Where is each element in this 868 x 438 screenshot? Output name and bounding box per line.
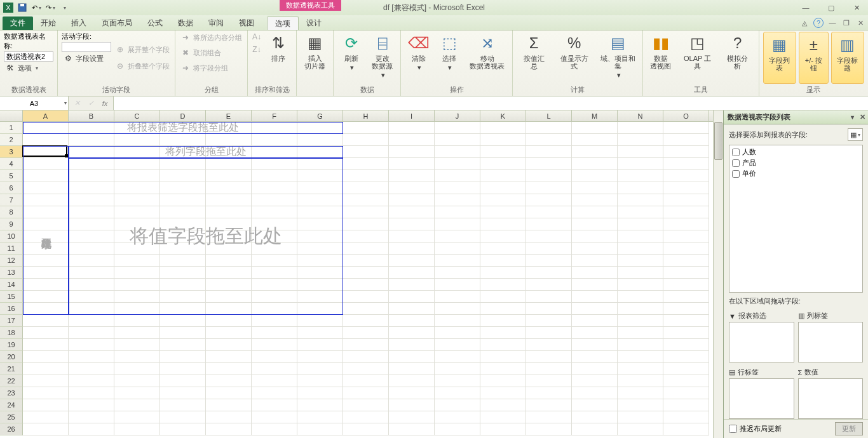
cell[interactable] <box>480 315 526 327</box>
tab-home[interactable]: 开始 <box>33 17 64 30</box>
cell[interactable] <box>618 291 663 303</box>
cell[interactable] <box>23 363 69 375</box>
cell[interactable] <box>435 146 480 158</box>
col-header-G[interactable]: G <box>297 110 343 121</box>
row-header-21[interactable]: 21 <box>0 363 23 375</box>
cell[interactable] <box>435 387 480 399</box>
cell[interactable] <box>23 134 69 146</box>
cell[interactable] <box>663 170 709 182</box>
pane-title-bar[interactable]: 数据透视表字段列表 ▾ ✕ <box>724 110 868 124</box>
cell[interactable] <box>160 267 206 279</box>
cell[interactable] <box>160 134 206 146</box>
cell[interactable] <box>389 387 435 399</box>
cell[interactable] <box>297 351 343 363</box>
cell[interactable] <box>435 411 480 423</box>
cell[interactable] <box>206 134 252 146</box>
cell[interactable] <box>206 399 252 411</box>
cell[interactable] <box>480 122 526 134</box>
cell[interactable] <box>114 351 160 363</box>
cell[interactable] <box>252 170 297 182</box>
pane-close-icon[interactable]: ✕ <box>860 113 865 121</box>
cell[interactable] <box>69 279 114 291</box>
cell[interactable] <box>206 122 252 134</box>
col-header-H[interactable]: H <box>343 110 389 121</box>
name-box-input[interactable] <box>3 100 65 107</box>
cell[interactable] <box>206 182 252 194</box>
cell[interactable] <box>618 134 663 146</box>
cell[interactable] <box>297 206 343 218</box>
namebox-drop-icon[interactable]: ▾ <box>64 100 67 106</box>
cell[interactable] <box>572 411 618 423</box>
cell[interactable] <box>663 327 709 339</box>
cell[interactable] <box>572 242 618 255</box>
cell[interactable] <box>435 194 480 206</box>
cell[interactable] <box>297 182 343 194</box>
worksheet-grid[interactable]: ABCDEFGHIJKLMNO 123456789101112131415161… <box>0 110 713 438</box>
cell[interactable] <box>114 411 160 423</box>
maximize-button[interactable]: ▢ <box>822 2 840 13</box>
move-pivot-button[interactable]: ⤨移动 数据透视表 <box>466 32 508 84</box>
field-单价[interactable]: 单价 <box>731 168 861 179</box>
help-icon[interactable]: ? <box>813 18 824 28</box>
cell[interactable] <box>252 158 297 170</box>
cell[interactable] <box>252 218 297 230</box>
cell[interactable] <box>618 303 663 315</box>
cell[interactable] <box>480 170 526 182</box>
cell[interactable] <box>572 255 618 267</box>
cell[interactable] <box>297 327 343 339</box>
cell[interactable] <box>160 291 206 303</box>
cell[interactable] <box>23 303 69 315</box>
cell[interactable] <box>343 182 389 194</box>
cell[interactable] <box>206 423 252 435</box>
cell[interactable] <box>389 170 435 182</box>
cell[interactable] <box>343 399 389 411</box>
redo-icon[interactable]: ↷▾ <box>44 2 56 13</box>
cell[interactable] <box>526 411 572 423</box>
cell[interactable] <box>572 146 618 158</box>
cell[interactable] <box>206 291 252 303</box>
cell[interactable] <box>69 303 114 315</box>
col-header-L[interactable]: L <box>526 110 572 121</box>
tab-view[interactable]: 视图 <box>231 17 262 30</box>
cell[interactable] <box>572 182 618 194</box>
cell[interactable] <box>618 387 663 399</box>
cell[interactable] <box>618 122 663 134</box>
cell[interactable] <box>206 339 252 351</box>
row-header-23[interactable]: 23 <box>0 387 23 399</box>
cell[interactable] <box>343 218 389 230</box>
cell[interactable] <box>389 351 435 363</box>
cell[interactable] <box>114 230 160 242</box>
cell[interactable] <box>435 182 480 194</box>
cell[interactable] <box>435 399 480 411</box>
cell[interactable] <box>206 255 252 267</box>
cell[interactable] <box>252 122 297 134</box>
cell[interactable] <box>526 230 572 242</box>
cell[interactable] <box>160 303 206 315</box>
cell[interactable] <box>480 363 526 375</box>
cell[interactable] <box>663 291 709 303</box>
cell[interactable] <box>389 230 435 242</box>
cell[interactable] <box>297 134 343 146</box>
cell[interactable] <box>252 351 297 363</box>
cell[interactable] <box>389 375 435 387</box>
cell[interactable] <box>389 267 435 279</box>
cell[interactable] <box>114 279 160 291</box>
cell[interactable] <box>389 146 435 158</box>
cell[interactable] <box>114 375 160 387</box>
cell[interactable] <box>526 146 572 158</box>
cell[interactable] <box>252 291 297 303</box>
cell[interactable] <box>480 134 526 146</box>
cell[interactable] <box>343 170 389 182</box>
cell[interactable] <box>572 375 618 387</box>
cell[interactable] <box>206 327 252 339</box>
cell[interactable] <box>160 327 206 339</box>
cell[interactable] <box>480 206 526 218</box>
cell[interactable] <box>23 158 69 170</box>
cell[interactable] <box>618 423 663 435</box>
cell[interactable] <box>663 146 709 158</box>
cell[interactable] <box>114 170 160 182</box>
tab-review[interactable]: 审阅 <box>201 17 231 30</box>
area-filter-box[interactable] <box>729 322 794 362</box>
cell[interactable] <box>69 363 114 375</box>
cell[interactable] <box>618 351 663 363</box>
